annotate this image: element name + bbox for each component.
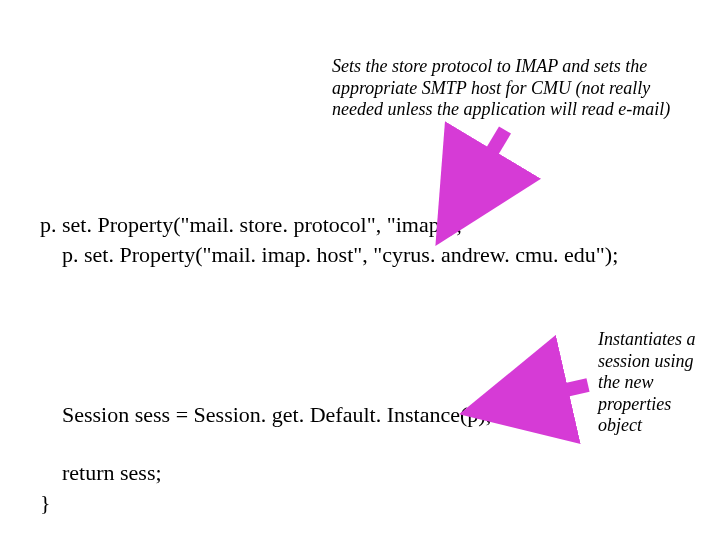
code-line-4: return sess; xyxy=(62,460,162,485)
code-return-line: return sess; xyxy=(62,458,162,488)
code-session-line: Session sess = Session. get. Default. In… xyxy=(62,400,492,430)
code-line-2: p. set. Property("mail. imap. host", "cy… xyxy=(40,242,618,267)
code-line-5: } xyxy=(40,490,51,515)
annotation-right: Instantiates a session using the new pro… xyxy=(598,329,708,437)
code-setproperty-block: p. set. Property("mail. store. protocol"… xyxy=(40,210,618,269)
annotation-top: Sets the store protocol to IMAP and sets… xyxy=(332,56,672,121)
code-line-1: p. set. Property("mail. store. protocol"… xyxy=(40,212,462,237)
svg-line-1 xyxy=(457,130,505,210)
svg-line-3 xyxy=(500,385,588,405)
code-closing-brace: } xyxy=(40,488,51,518)
code-line-3: Session sess = Session. get. Default. In… xyxy=(62,402,492,427)
slide: Sets the store protocol to IMAP and sets… xyxy=(0,0,720,540)
